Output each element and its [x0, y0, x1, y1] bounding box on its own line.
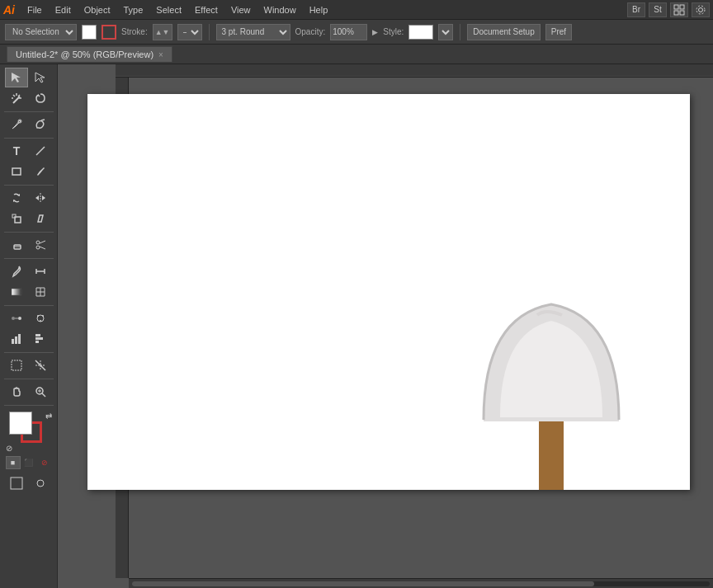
tab-bar: Untitled-2* @ 50% (RGB/Preview) × [0, 45, 713, 64]
canvas-area[interactable] [58, 64, 713, 588]
slice-tool[interactable] [29, 355, 52, 375]
line-tool[interactable] [29, 141, 52, 161]
horizontal-scrollbar[interactable] [129, 578, 713, 588]
symbol-sprayer-tool[interactable] [29, 308, 52, 328]
stock-icon-btn[interactable]: St [649, 2, 667, 17]
scale-tool[interactable] [5, 209, 28, 228]
toolbox: T [0, 64, 58, 588]
separator-1 [209, 24, 210, 40]
svg-rect-3 [680, 11, 684, 15]
workspace-icon-btn[interactable] [670, 2, 688, 17]
divider-1 [4, 111, 54, 112]
style-dropdown[interactable]: ▼ [438, 24, 453, 40]
svg-point-5 [696, 6, 705, 14]
settings-icon-btn[interactable] [692, 2, 710, 17]
brush-tool[interactable] [29, 162, 52, 181]
gradient-tool[interactable] [5, 282, 28, 302]
svg-rect-1 [680, 5, 684, 9]
type-tool[interactable]: T [5, 141, 28, 161]
menu-select[interactable]: Select [150, 3, 187, 16]
pref-button[interactable]: Pref [545, 24, 572, 40]
fill-color-swatch[interactable] [82, 25, 97, 40]
menu-type[interactable]: Type [118, 3, 149, 16]
svg-rect-33 [12, 289, 21, 295]
scissors-tool[interactable] [29, 235, 52, 255]
blend-tool[interactable] [5, 308, 28, 328]
ruler-horizontal [116, 64, 713, 78]
svg-rect-46 [35, 341, 39, 343]
opacity-input[interactable] [330, 24, 367, 40]
tool-row-4: T [5, 141, 52, 161]
mesh-tool[interactable] [29, 282, 52, 302]
bar-graph-tool[interactable] [29, 329, 52, 349]
rotate-tool[interactable] [5, 188, 28, 208]
eraser-tool[interactable] [5, 235, 28, 255]
pen-tool[interactable] [5, 115, 28, 134]
column-graph-tool[interactable] [5, 329, 28, 349]
change-screen-mode-btn[interactable] [5, 473, 28, 493]
shear-tool[interactable] [29, 209, 52, 228]
hand-tool[interactable] [5, 382, 28, 402]
menu-object[interactable]: Object [78, 3, 116, 16]
svg-line-29 [40, 247, 45, 249]
main-layout: T [0, 64, 713, 588]
menu-effect[interactable]: Effect [189, 3, 224, 16]
artboard-tool[interactable] [5, 355, 28, 375]
tool-row-7 [5, 209, 52, 228]
tool-row-6 [5, 188, 52, 208]
reflect-tool[interactable] [29, 188, 52, 208]
none-mode-btn[interactable]: ⊘ [37, 456, 52, 469]
svg-marker-19 [35, 195, 39, 200]
opacity-expand[interactable]: ▶ [372, 28, 378, 36]
eyedropper-tool[interactable] [5, 261, 28, 281]
tab-close-button[interactable]: × [158, 50, 163, 59]
blob-brush-tool[interactable] [29, 115, 52, 134]
svg-point-4 [699, 7, 703, 12]
menu-help[interactable]: Help [304, 3, 334, 16]
menu-window[interactable]: Window [258, 3, 302, 16]
rectangle-tool[interactable] [5, 162, 28, 181]
selection-tool[interactable] [5, 68, 28, 87]
svg-rect-47 [12, 360, 21, 370]
tool-row-5 [5, 162, 52, 181]
menu-edit[interactable]: Edit [50, 3, 77, 16]
fill-box[interactable] [9, 412, 32, 435]
extra-btn[interactable] [29, 473, 52, 493]
svg-point-38 [37, 315, 39, 317]
svg-point-34 [12, 317, 15, 320]
swap-colors-button[interactable]: ⇄ [45, 412, 52, 421]
bridge-icon-btn[interactable]: Br [627, 2, 645, 17]
svg-rect-15 [12, 168, 21, 175]
svg-point-39 [42, 315, 44, 317]
magic-wand-tool[interactable] [5, 88, 28, 108]
svg-line-10 [13, 95, 15, 96]
svg-rect-42 [15, 336, 17, 344]
gradient-mode-btn[interactable]: ⬛ [21, 456, 36, 469]
opacity-label: Opacity: [295, 27, 326, 36]
style-swatch[interactable] [408, 25, 433, 40]
color-mode-btn[interactable]: ■ [6, 456, 21, 469]
tool-row-13 [5, 355, 52, 375]
stroke-style-dropdown[interactable]: — [177, 24, 202, 40]
none-button[interactable]: ⊘ [6, 444, 12, 453]
tab-title: Untitled-2* @ 50% (RGB/Preview) [16, 49, 153, 59]
tool-row-11 [5, 308, 52, 328]
tool-row-14 [5, 382, 52, 402]
stroke-color-swatch[interactable] [102, 25, 116, 40]
svg-line-52 [42, 393, 45, 397]
svg-rect-44 [35, 334, 40, 336]
document-tab[interactable]: Untitled-2* @ 50% (RGB/Preview) × [7, 46, 172, 62]
scrollbar-track-h [132, 581, 710, 586]
menu-view[interactable]: View [225, 3, 257, 16]
lasso-tool[interactable] [29, 88, 52, 108]
selection-dropdown[interactable]: No Selection [5, 24, 77, 40]
pt-round-select[interactable]: 3 pt. Round [216, 24, 290, 40]
zoom-tool[interactable] [29, 382, 52, 402]
direct-selection-tool[interactable] [29, 68, 52, 87]
app-logo: Ai [3, 3, 15, 16]
tool-row-1 [5, 68, 52, 87]
tool-row-12 [5, 329, 52, 349]
document-setup-button[interactable]: Document Setup [467, 24, 541, 40]
menu-file[interactable]: File [21, 3, 48, 16]
measure-tool[interactable] [29, 261, 52, 281]
